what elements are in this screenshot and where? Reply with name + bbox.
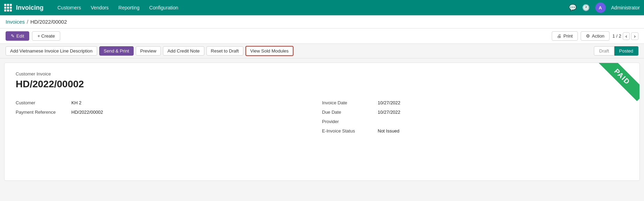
payment-reference-value: HD/2022/00002	[71, 110, 103, 115]
pager: 1 / 2 ‹ ›	[612, 32, 638, 40]
add-credit-note-button[interactable]: Add Credit Note	[163, 46, 204, 56]
invoice-date-label: Invoice Date	[322, 100, 378, 105]
pager-count: 1 / 2	[612, 33, 621, 39]
status-pills: Draft Posted	[594, 46, 638, 56]
create-button[interactable]: + Create	[32, 31, 60, 41]
send-print-button[interactable]: Send & Print	[99, 46, 134, 56]
invoice-fields: Customer KH 2 Payment Reference HD/2022/…	[16, 100, 628, 138]
einvoice-status-value: Not Issued	[378, 128, 399, 134]
customer-field-row: Customer KH 2	[16, 100, 322, 105]
invoice-number: HD/2022/00002	[16, 79, 628, 90]
invoice-type-label: Customer Invoice	[16, 71, 628, 77]
action-button[interactable]: ⚙ Action	[581, 31, 610, 41]
nav-item-vendors[interactable]: Vendors	[87, 3, 113, 12]
breadcrumb-separator: /	[27, 19, 28, 25]
print-button[interactable]: 🖨 Print	[552, 31, 578, 41]
breadcrumb-current: HD/2022/00002	[30, 19, 67, 25]
breadcrumb-parent[interactable]: Invoices	[6, 19, 25, 25]
avatar[interactable]: A	[595, 2, 606, 13]
nav-item-customers[interactable]: Customers	[53, 3, 85, 12]
provider-field-row: Provider	[322, 119, 628, 124]
due-date-label: Due Date	[322, 110, 378, 115]
invoice-card: PAID Customer Invoice HD/2022/00002 Cust…	[4, 63, 640, 181]
due-date-value: 10/27/2022	[378, 110, 400, 115]
status-posted-button[interactable]: Posted	[614, 46, 638, 56]
app-grid-icon[interactable]	[4, 4, 12, 11]
chat-icon[interactable]: 💬	[569, 4, 576, 11]
nav-items: Customers Vendors Reporting Configuratio…	[53, 3, 566, 12]
payment-reference-field-row: Payment Reference HD/2022/00002	[16, 110, 322, 115]
reset-to-draft-button[interactable]: Reset to Draft	[206, 46, 243, 56]
breadcrumb: Invoices / HD/2022/00002	[0, 15, 644, 29]
preview-button[interactable]: Preview	[136, 46, 161, 56]
action-bar: Add Vietnamese Invoice Line Description …	[0, 44, 644, 58]
edit-icon: ✎	[11, 33, 15, 39]
nav-item-reporting[interactable]: Reporting	[114, 3, 144, 12]
view-sold-modules-button[interactable]: View Sold Modules	[245, 46, 293, 56]
provider-label: Provider	[322, 119, 378, 124]
einvoice-status-field-row: E-Invoice Status Not Issued	[322, 128, 628, 134]
customer-value: KH 2	[71, 100, 81, 105]
admin-name: Administrator	[611, 5, 640, 10]
top-navigation: Invoicing Customers Vendors Reporting Co…	[0, 0, 644, 15]
einvoice-status-label: E-Invoice Status	[322, 128, 378, 134]
edit-button[interactable]: ✎ Edit	[6, 31, 29, 41]
nav-item-configuration[interactable]: Configuration	[145, 3, 182, 12]
invoice-left-fields: Customer KH 2 Payment Reference HD/2022/…	[16, 100, 322, 138]
print-icon: 🖨	[557, 33, 561, 39]
customer-label: Customer	[16, 100, 71, 105]
payment-reference-label: Payment Reference	[16, 110, 71, 115]
app-name: Invoicing	[16, 4, 44, 11]
add-vietnamese-button[interactable]: Add Vietnamese Invoice Line Description	[6, 46, 97, 56]
activity-icon[interactable]: 🕐	[582, 4, 590, 11]
nav-right: 💬 🕐 A Administrator	[569, 2, 640, 13]
gear-icon: ⚙	[586, 33, 590, 39]
invoice-date-value: 10/27/2022	[378, 100, 400, 105]
due-date-field-row: Due Date 10/27/2022	[322, 110, 628, 115]
pager-prev-button[interactable]: ‹	[623, 32, 630, 40]
invoice-right-fields: Invoice Date 10/27/2022 Due Date 10/27/2…	[322, 100, 628, 138]
invoice-date-field-row: Invoice Date 10/27/2022	[322, 100, 628, 105]
status-draft-button[interactable]: Draft	[594, 46, 614, 56]
toolbar: ✎ Edit + Create 🖨 Print ⚙ Action 1 / 2 ‹…	[0, 29, 644, 44]
pager-next-button[interactable]: ›	[631, 32, 638, 40]
